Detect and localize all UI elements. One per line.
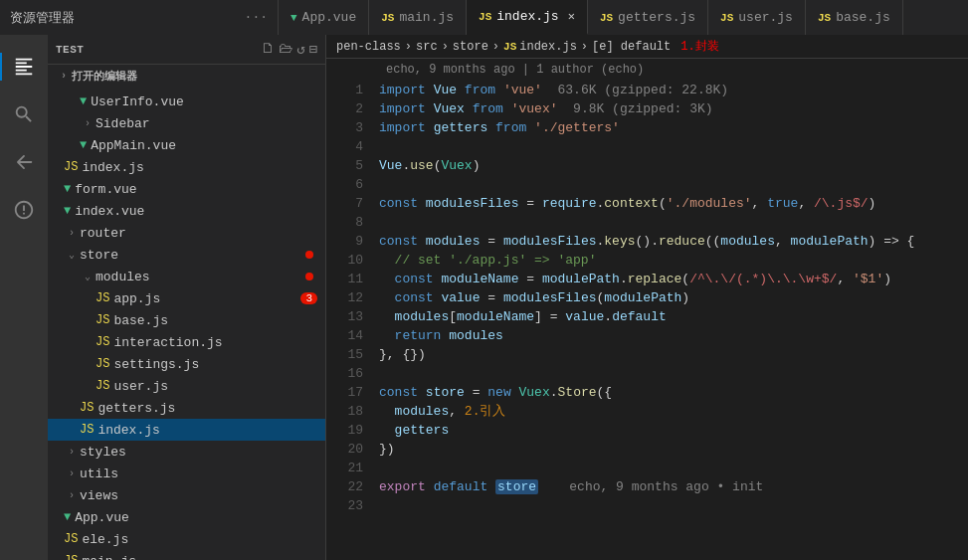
explorer-actions: 🗋 🗁 ↺ ⊟: [261, 41, 317, 58]
code-line: modules[moduleName] = value.default: [379, 307, 960, 326]
file-label: main.js: [82, 554, 317, 561]
file-label: base.js: [113, 313, 317, 328]
js-file-icon: JS: [96, 335, 109, 349]
js-file-icon: JS: [381, 12, 394, 24]
resource-manager-title: 资源管理器: [10, 9, 75, 27]
tree-item-main-js[interactable]: JS main.js: [48, 550, 325, 560]
code-line: const store = new Vuex.Store({: [379, 383, 960, 402]
code-line: modules, 2.引入: [379, 402, 960, 421]
code-line: [379, 175, 960, 194]
code-line: const moduleName = modulePath.replace(/^…: [379, 270, 960, 288]
tree-item-index-vue[interactable]: ▼ index.vue: [48, 200, 325, 222]
folder-label: Sidebar: [96, 116, 317, 131]
vue-file-icon: ▼: [80, 94, 87, 108]
tab-label: user.js: [738, 10, 793, 25]
file-label: settings.js: [113, 357, 317, 372]
tree-item-views[interactable]: › views: [48, 484, 325, 506]
tree-item-sidebar-folder[interactable]: › Sidebar: [48, 112, 325, 134]
tree-item-user-js[interactable]: JS user.js: [48, 375, 325, 397]
open-editors-header[interactable]: › 打开的编辑器: [48, 65, 325, 87]
code-line: }, {}): [379, 345, 960, 364]
new-folder-icon[interactable]: 🗁: [279, 41, 292, 58]
js-file-icon: JS: [96, 357, 109, 371]
js-file-icon: JS: [600, 12, 613, 24]
explorer-header: TEST 🗋 🗁 ↺ ⊟: [48, 35, 325, 65]
vue-file-icon: ▼: [290, 12, 297, 24]
tree-item-index-js-top[interactable]: JS index.js: [48, 156, 325, 178]
tab-label: App.vue: [302, 10, 357, 25]
close-tab-icon[interactable]: ✕: [568, 9, 575, 24]
new-file-icon[interactable]: 🗋: [261, 41, 275, 58]
tab-app-vue[interactable]: ▼ App.vue: [279, 0, 369, 35]
tab-label: base.js: [836, 10, 890, 25]
tree-item-styles[interactable]: › styles: [48, 441, 325, 463]
tree-item-form-vue[interactable]: ▼ form.vue: [48, 178, 325, 200]
line-numbers: 12345 678910 1112131415 1617181920 21222…: [326, 81, 371, 560]
vue-file-icon: ▼: [64, 204, 71, 218]
modified-dot: [305, 251, 313, 259]
vue-file-icon: ▼: [80, 138, 87, 152]
file-label: interaction.js: [113, 335, 317, 350]
explorer-icon[interactable]: [0, 43, 48, 91]
dots-icon[interactable]: ···: [245, 10, 268, 25]
code-editor-area: pen-class › src › store › JSindex.js › […: [326, 35, 968, 560]
file-label: getters.js: [97, 401, 317, 416]
tab-getters-js[interactable]: JS getters.js: [588, 0, 708, 35]
tab-label: main.js: [399, 10, 454, 25]
tree-item-base-js[interactable]: JS base.js: [48, 309, 325, 331]
tab-user-js[interactable]: JS user.js: [708, 0, 806, 35]
folder-label: router: [80, 226, 317, 241]
js-file-icon: JS: [80, 423, 94, 437]
js-file-icon: JS: [64, 160, 78, 174]
tree-item-interaction-js[interactable]: JS interaction.js: [48, 331, 325, 353]
file-label: user.js: [113, 379, 317, 394]
tree-item-userinfo[interactable]: ▼ UserInfo.vue: [48, 91, 325, 112]
code-line: }): [379, 440, 960, 459]
tree-item-ele-js[interactable]: JS ele.js: [48, 528, 325, 550]
vue-file-icon: ▼: [64, 510, 71, 524]
code-line: [379, 213, 960, 232]
file-label: index.js: [82, 160, 317, 175]
tree-item-index-js-store[interactable]: JS index.js: [48, 419, 325, 441]
code-line: [379, 364, 960, 383]
folder-arrow: ›: [64, 468, 80, 479]
code-line: [379, 496, 960, 515]
git-info-bar: echo, 9 months ago | 1 author (echo): [326, 59, 968, 81]
debug-icon[interactable]: [0, 186, 48, 234]
collapse-arrow: ›: [56, 71, 72, 82]
file-label: UserInfo.vue: [91, 94, 317, 109]
tree-item-app-js[interactable]: JS app.js 3: [48, 287, 325, 309]
code-line: const modulesFiles = require.context('./…: [379, 194, 960, 213]
sidebar-header-bar: 资源管理器 ···: [0, 0, 279, 35]
folder-arrow: ⌄: [80, 271, 96, 282]
refresh-icon[interactable]: ↺: [296, 41, 304, 58]
code-editor[interactable]: 12345 678910 1112131415 1617181920 21222…: [326, 81, 968, 560]
tab-base-js[interactable]: JS base.js: [806, 0, 903, 35]
breadcrumb-part: src: [416, 40, 438, 54]
tree-item-router[interactable]: › router: [48, 222, 325, 244]
file-label: index.js: [97, 423, 317, 438]
folder-arrow: ›: [64, 490, 80, 501]
tree-item-store[interactable]: ⌄ store: [48, 244, 325, 266]
tree-item-getters-js[interactable]: JS getters.js: [48, 397, 325, 419]
breadcrumb-part: store: [453, 40, 488, 54]
js-file-icon: JS: [64, 554, 78, 560]
tree-item-utils[interactable]: › utils: [48, 463, 325, 484]
tree-item-app-vue[interactable]: ▼ App.vue: [48, 506, 325, 528]
breadcrumb-annotation: 1.封装: [680, 38, 718, 55]
tree-item-settings-js[interactable]: JS settings.js: [48, 353, 325, 375]
tab-main-js[interactable]: JS main.js: [369, 0, 467, 35]
folder-label: views: [80, 488, 317, 503]
git-icon[interactable]: [0, 138, 48, 186]
tree-item-modules[interactable]: ⌄ modules: [48, 266, 325, 287]
search-icon[interactable]: [0, 91, 48, 138]
folder-label: styles: [80, 445, 317, 460]
breadcrumb-part: pen-class: [336, 40, 401, 54]
tree-item-appmain[interactable]: ▼ AppMain.vue: [48, 134, 325, 156]
file-explorer: TEST 🗋 🗁 ↺ ⊟ › 打开的编辑器 ▼ UserInfo.vue: [48, 35, 326, 560]
collapse-icon[interactable]: ⊟: [309, 41, 317, 58]
tab-index-js[interactable]: JS index.js ✕: [467, 0, 588, 35]
breadcrumb-part: JSindex.js: [503, 40, 577, 54]
tabs-bar: 资源管理器 ··· ▼ App.vue JS main.js JS index.…: [0, 0, 968, 35]
folder-arrow: ⌄: [64, 249, 80, 261]
